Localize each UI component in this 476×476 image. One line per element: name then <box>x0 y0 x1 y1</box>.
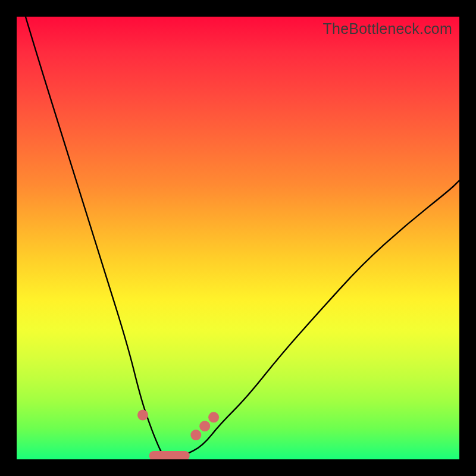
curve-svg <box>17 17 459 459</box>
bottleneck-curve-line <box>26 17 459 459</box>
marker-dot <box>137 410 148 421</box>
marker-dot <box>190 430 201 440</box>
chart-frame: TheBottleneck.com <box>0 0 476 476</box>
marker-dot <box>208 412 219 422</box>
marker-dot <box>199 421 210 431</box>
plot-area: TheBottleneck.com <box>17 17 459 459</box>
